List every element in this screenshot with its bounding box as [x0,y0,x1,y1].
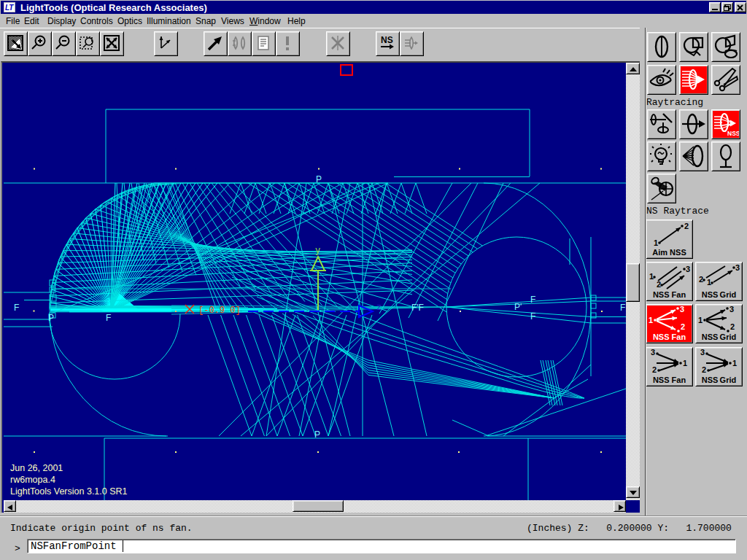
svg-text:rw6mopa.4: rw6mopa.4 [10,475,55,485]
svg-text:y: y [315,246,320,256]
svg-text:z: z [376,303,382,313]
svg-text:1: 1 [707,278,711,287]
svg-text:1: 1 [683,359,687,368]
svg-text:Jun 26, 2001: Jun 26, 2001 [10,463,63,473]
svg-text:3: 3 [735,263,740,272]
svg-text:2: 2 [699,275,703,284]
svg-text:1: 1 [649,316,653,324]
svg-text:2: 2 [730,322,735,331]
svg-text:P: P [316,174,322,184]
svg-text:NS: NS [381,35,393,45]
svg-text:F: F [620,303,625,313]
svg-text:F: F [106,313,111,323]
svg-text:3: 3 [729,306,734,314]
svg-text:3: 3 [700,349,705,357]
svg-text:P: P [48,313,54,323]
svg-text:3: 3 [686,265,690,273]
svg-text:1: 1 [654,238,658,247]
svg-text:LightTools Version 3.1.0 SR1: LightTools Version 3.1.0 SR1 [10,486,128,497]
svg-text:F: F [530,311,535,322]
svg-text:3: 3 [680,306,684,314]
svg-text:F'F: F'F [411,303,424,313]
svg-text:P: P [314,429,320,440]
svg-text:2: 2 [681,322,685,331]
svg-text:LT: LT [5,4,14,12]
svg-text:1: 1 [732,359,737,368]
svg-text:1: 1 [698,316,703,324]
svg-text:[-0.9 0]: [-0.9 0] [198,306,241,316]
svg-text:2: 2 [652,365,657,374]
svg-text:2: 2 [657,280,661,289]
svg-text:P': P' [514,302,522,312]
svg-text:2: 2 [702,365,706,374]
svg-text:F: F [530,295,535,305]
svg-text:3: 3 [651,349,655,357]
svg-text:2: 2 [684,222,689,230]
svg-text:NSS: NSS [727,130,739,137]
svg-text:F: F [14,303,19,313]
svg-text:1: 1 [649,272,654,281]
